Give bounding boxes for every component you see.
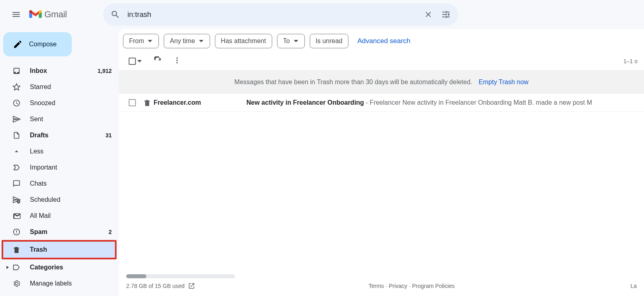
caret-down-icon	[137, 58, 142, 64]
hamburger-icon	[11, 10, 21, 19]
nav-less[interactable]: Less	[3, 143, 119, 159]
caret-down-icon	[293, 38, 299, 44]
nav-label: Sent	[30, 116, 112, 123]
nav-label: Spam	[30, 228, 108, 236]
chevron-up-icon	[13, 147, 21, 155]
horizontal-scrollbar[interactable]	[126, 274, 235, 278]
chip-label: From	[129, 37, 144, 45]
search-bar	[103, 3, 458, 26]
policies-link[interactable]: Program Policies	[412, 283, 455, 289]
nav-label: Manage labels	[30, 280, 112, 287]
select-all-checkbox[interactable]	[129, 58, 142, 65]
label-icon	[13, 263, 21, 271]
gmail-logo[interactable]: Gmail	[29, 9, 67, 20]
gmail-logo-text: Gmail	[44, 9, 67, 20]
nav-label: Snoozed	[30, 99, 112, 107]
svg-point-2	[16, 233, 17, 234]
nav-trash[interactable]: Trash	[3, 242, 115, 258]
nav-label: Trash	[30, 246, 108, 253]
file-icon	[13, 131, 21, 139]
message-subject: New activity in Freelancer Onboarding	[246, 99, 364, 106]
nav-label: Scheduled	[30, 196, 112, 203]
sidebar: Compose Inbox 1,912 Starred Snoozed	[0, 29, 119, 296]
gear-icon	[13, 279, 21, 288]
nav-count: 2	[108, 229, 112, 235]
more-vert-icon	[173, 56, 181, 64]
caret-right-icon	[6, 265, 10, 269]
nav-count: 31	[105, 132, 112, 139]
search-input[interactable]	[124, 10, 419, 19]
nav-snoozed[interactable]: Snoozed	[3, 95, 119, 111]
chip-label: Is unread	[316, 37, 343, 45]
clear-search-button[interactable]	[419, 6, 437, 23]
compose-button[interactable]: Compose	[3, 32, 72, 56]
terms-link[interactable]: Terms	[369, 283, 384, 289]
main-panel: From Any time Has attachment To Is unrea…	[119, 29, 644, 296]
search-options-button[interactable]	[437, 6, 455, 23]
chat-icon	[13, 180, 21, 188]
tune-icon	[441, 10, 451, 19]
caret-down-icon	[198, 38, 204, 44]
send-icon	[13, 115, 21, 123]
nav-categories[interactable]: Categories	[3, 259, 119, 275]
nav-label: Starred	[30, 83, 112, 91]
filter-anytime[interactable]: Any time	[164, 34, 210, 48]
advanced-search-link[interactable]: Advanced search	[357, 37, 410, 45]
nav-all-mail[interactable]: All Mail	[3, 208, 119, 224]
filter-row: From Any time Has attachment To Is unrea…	[119, 29, 644, 53]
nav-count: 1,912	[98, 68, 112, 74]
svg-point-4	[176, 60, 177, 61]
nav-label: Categories	[30, 264, 112, 271]
caret-down-icon	[147, 38, 153, 44]
compose-label: Compose	[29, 41, 56, 48]
footer-links: Terms · Privacy · Program Policies	[369, 283, 455, 289]
nav-drafts[interactable]: Drafts 31	[3, 127, 119, 143]
scheduled-icon	[13, 196, 21, 204]
filter-is-unread[interactable]: Is unread	[310, 34, 349, 48]
chip-label: Any time	[170, 37, 195, 45]
svg-point-3	[176, 58, 177, 59]
important-icon	[13, 164, 21, 172]
filter-from[interactable]: From	[123, 34, 159, 48]
notice-text: Messages that have been in Trash more th…	[234, 79, 472, 86]
nav-starred[interactable]: Starred	[3, 79, 119, 95]
last-activity[interactable]: La	[630, 283, 637, 289]
footer: 2.78 GB of 15 GB used Terms · Privacy · …	[119, 270, 644, 296]
row-checkbox[interactable]	[129, 99, 136, 106]
trash-highlight: Trash	[2, 240, 117, 259]
message-text: New activity in Freelancer Onboarding - …	[246, 99, 592, 106]
nav-scheduled[interactable]: Scheduled	[3, 192, 119, 208]
message-row[interactable]: Freelancer.com New activity in Freelance…	[119, 94, 644, 112]
message-sender: Freelancer.com	[154, 99, 246, 106]
nav-label: Inbox	[30, 67, 98, 75]
header: Gmail	[0, 0, 644, 29]
nav-inbox[interactable]: Inbox 1,912	[3, 63, 119, 79]
empty-trash-link[interactable]: Empty Trash now	[479, 79, 529, 86]
nav-manage-labels[interactable]: Manage labels	[3, 275, 119, 292]
refresh-button[interactable]	[154, 56, 162, 66]
search-button[interactable]	[106, 6, 124, 23]
filter-has-attachment[interactable]: Has attachment	[215, 34, 272, 48]
filter-to[interactable]: To	[277, 34, 305, 48]
nav-chats[interactable]: Chats	[3, 176, 119, 192]
main-menu-button[interactable]	[6, 5, 26, 24]
privacy-link[interactable]: Privacy	[389, 283, 407, 289]
clock-icon	[13, 99, 21, 107]
inbox-icon	[13, 67, 21, 75]
nav-list: Inbox 1,912 Starred Snoozed Sent D	[3, 63, 119, 292]
gmail-logo-icon	[29, 10, 42, 19]
nav-important[interactable]: Important	[3, 159, 119, 176]
star-icon	[13, 83, 21, 91]
pencil-icon	[13, 39, 23, 49]
nav-sent[interactable]: Sent	[3, 111, 119, 127]
chip-label: To	[283, 37, 290, 45]
page-counter: 1–1 o	[623, 58, 638, 64]
refresh-icon	[154, 56, 162, 64]
toolbar: 1–1 o	[119, 53, 644, 70]
chip-label: Has attachment	[221, 37, 266, 45]
all-mail-icon	[13, 212, 21, 220]
more-button[interactable]	[173, 56, 181, 66]
nav-spam[interactable]: Spam 2	[3, 224, 119, 240]
storage-info[interactable]: 2.78 GB of 15 GB used	[126, 282, 195, 290]
nav-label: Less	[30, 148, 112, 155]
